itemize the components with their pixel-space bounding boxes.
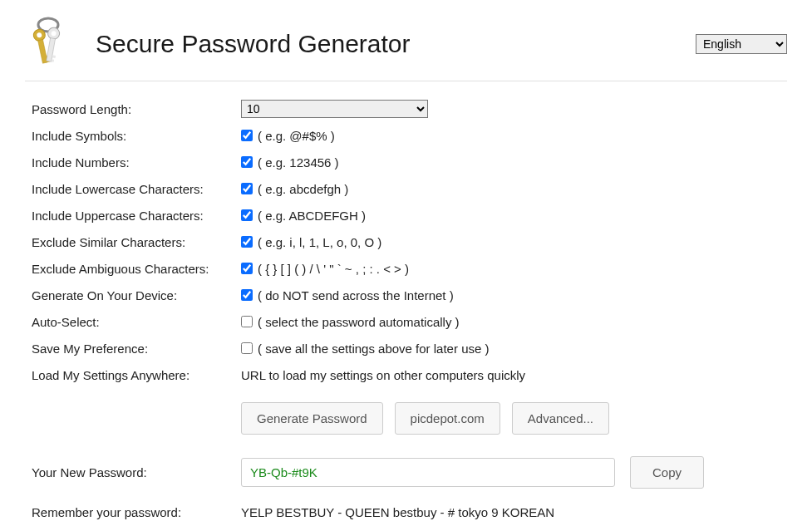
row-password: Your New Password: Copy [32, 456, 787, 489]
row-lowercase: Include Lowercase Characters: ( e.g. abc… [32, 179, 787, 198]
generate-button[interactable]: Generate Password [241, 402, 383, 435]
device-label: Generate On Your Device: [32, 288, 241, 302]
row-similar: Exclude Similar Characters: ( e.g. i, l,… [32, 233, 787, 251]
language-select[interactable]: English [696, 34, 787, 54]
uppercase-label: Include Uppercase Characters: [32, 209, 241, 223]
autoselect-hint: ( select the password automatically ) [258, 315, 460, 329]
uppercase-hint: ( e.g. ABCDEFGH ) [258, 209, 366, 223]
savepref-checkbox[interactable] [241, 342, 253, 354]
numbers-hint: ( e.g. 123456 ) [258, 155, 339, 170]
similar-checkbox[interactable] [241, 236, 253, 248]
row-length: Password Length: 10 [32, 100, 787, 118]
lowercase-label: Include Lowercase Characters: [32, 182, 241, 196]
row-autoselect: Auto-Select: ( select the password autom… [32, 312, 787, 331]
similar-hint: ( e.g. i, l, 1, L, o, 0, O ) [258, 235, 381, 249]
remember-value: YELP BESTBUY - QUEEN bestbuy - # tokyo 9… [241, 505, 554, 519]
keys-icon [25, 17, 66, 71]
device-checkbox[interactable] [241, 289, 253, 301]
autoselect-checkbox[interactable] [241, 316, 253, 327]
symbols-hint: ( e.g. @#$% ) [258, 129, 335, 143]
numbers-label: Include Numbers: [32, 155, 241, 170]
symbols-label: Include Symbols: [32, 129, 241, 143]
savepref-label: Save My Preference: [32, 342, 241, 356]
ambiguous-label: Exclude Ambiguous Characters: [32, 262, 241, 276]
copy-button[interactable]: Copy [630, 456, 704, 489]
svg-rect-10 [52, 59, 54, 61]
row-device: Generate On Your Device: ( do NOT send a… [32, 286, 787, 304]
svg-rect-8 [47, 38, 56, 62]
loadsettings-hint: URL to load my settings on other compute… [241, 368, 525, 382]
remember-label: Remember your password: [32, 505, 241, 519]
svg-rect-9 [52, 55, 56, 58]
svg-rect-3 [38, 40, 48, 64]
advanced-button[interactable]: Advanced... [512, 402, 609, 435]
row-ambiguous: Exclude Ambiguous Characters: ( { } [ ] … [32, 259, 787, 278]
ambiguous-hint: ( { } [ ] ( ) / \ ' " ` ~ , ; : . < > ) [258, 262, 409, 276]
row-savepref: Save My Preference: ( save all the setti… [32, 339, 787, 357]
password-label: Your New Password: [32, 465, 241, 479]
picdepot-button[interactable]: picdepot.com [395, 402, 500, 435]
header-left: Secure Password Generator [25, 17, 411, 71]
ambiguous-checkbox[interactable] [241, 263, 253, 274]
device-hint: ( do NOT send across the Internet ) [258, 288, 454, 302]
row-loadsettings: Load My Settings Anywhere: URL to load m… [32, 366, 787, 384]
numbers-checkbox[interactable] [241, 156, 253, 168]
uppercase-checkbox[interactable] [241, 209, 253, 221]
autoselect-label: Auto-Select: [32, 315, 241, 329]
row-symbols: Include Symbols: ( e.g. @#$% ) [32, 126, 787, 145]
form: Password Length: 10 Include Symbols: ( e… [25, 100, 787, 519]
button-row: Generate Password picdepot.com Advanced.… [32, 402, 787, 435]
row-remember: Remember your password: YELP BESTBUY - Q… [32, 505, 787, 519]
row-numbers: Include Numbers: ( e.g. 123456 ) [32, 153, 787, 171]
length-select[interactable]: 10 [241, 100, 428, 118]
length-label: Password Length: [32, 102, 241, 116]
row-uppercase: Include Uppercase Characters: ( e.g. ABC… [32, 206, 787, 224]
lowercase-checkbox[interactable] [241, 183, 253, 194]
loadsettings-label: Load My Settings Anywhere: [32, 368, 241, 382]
divider [25, 81, 787, 81]
savepref-hint: ( save all the settings above for later … [258, 342, 489, 356]
similar-label: Exclude Similar Characters: [32, 235, 241, 249]
symbols-checkbox[interactable] [241, 130, 253, 141]
password-output[interactable] [241, 458, 615, 487]
header: Secure Password Generator English [25, 17, 787, 71]
page-title: Secure Password Generator [96, 30, 411, 58]
lowercase-hint: ( e.g. abcdefgh ) [258, 182, 348, 196]
